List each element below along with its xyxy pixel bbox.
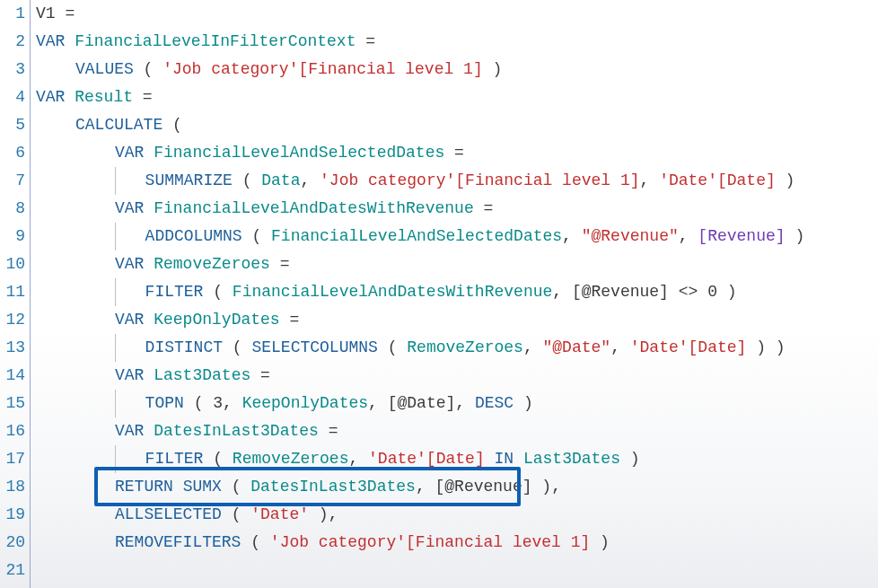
code-line[interactable]: 10 VAR RemoveZeroes = [0,250,878,278]
function: DISTINCT [145,338,223,356]
line-number: 11 [0,278,31,306]
punct: ) [483,60,503,78]
punct [173,478,183,496]
line-number: 19 [0,501,31,529]
code-line[interactable]: 5 CALCULATE ( [0,111,878,139]
function: SUMX [183,478,222,496]
line-number: 7 [0,167,31,195]
punct: ( [222,505,250,523]
code-line[interactable]: 21 [0,557,878,584]
keyword: VAR [36,88,65,106]
punct: ) [717,283,737,301]
punct [514,450,523,468]
punct: ( [223,338,251,356]
punct: ( [203,283,232,301]
number: 3 [213,394,223,412]
string: "@Revenue" [582,227,679,245]
table-ref: 'Date' [250,505,309,523]
line-number: 14 [0,362,31,390]
code-line[interactable]: 18 RETURN SUMX ( DatesInLast3Dates, [@Re… [0,473,878,501]
column-ref: 'Date'[Date] [630,338,747,356]
code-line[interactable]: 17 FILTER ( RemoveZeroes, 'Date'[Date] I… [0,445,878,473]
punct: = [356,32,375,50]
keyword: VAR [115,422,144,440]
punct: ( [378,338,407,356]
line-number: 21 [0,557,31,584]
line-number: 10 [0,250,31,278]
column-ref: 'Date'[Date] [659,171,776,189]
bracket-ref: [@Revenue] [435,478,532,496]
code-line[interactable]: 13 DISTINCT ( SELECTCOLUMNS ( RemoveZero… [0,334,878,362]
punct: , [368,394,388,412]
punct: , [223,394,242,412]
column-ref: 'Job category'[Financial level 1] [270,533,590,551]
keyword: IN [495,450,514,468]
punct: ( [162,116,182,134]
line-number: 2 [0,28,31,56]
punct: = [270,255,290,273]
code-editor[interactable]: 1 V1 = 2 VAR FinancialLevelInFilterConte… [0,0,878,588]
punct: , [523,338,543,356]
punct: ) [620,450,640,468]
code-line[interactable]: 16 VAR DatesInLast3Dates = [0,417,878,445]
identifier: FinancialLevelAndDatesWithRevenue [233,283,552,301]
code-line[interactable]: 19 ALLSELECTED ( 'Date' ), [0,501,878,529]
punct: ( [242,227,271,245]
bracket-ref: [@Date] [388,394,456,412]
keyword: VAR [115,144,144,162]
code-line[interactable]: 9 ADDCOLUMNS ( FinancialLevelAndSelected… [0,223,878,250]
punct [485,450,495,468]
code-lines[interactable]: 1 V1 = 2 VAR FinancialLevelInFilterConte… [0,0,878,584]
punct: , [300,171,320,189]
code-line[interactable]: 11 FILTER ( FinancialLevelAndDatesWithRe… [0,278,878,306]
line-number: 4 [0,83,31,111]
function: TOPN [145,394,184,412]
function: FILTER [145,283,204,301]
code-line[interactable]: 6 VAR FinancialLevelAndSelectedDates = [0,139,878,167]
punct: ( [184,394,213,412]
code-line[interactable]: 20 REMOVEFILTERS ( 'Job category'[Financ… [0,529,878,557]
string: "@Date" [543,338,611,356]
identifier: DatesInLast3Dates [250,478,416,496]
line-number: 16 [0,417,31,445]
code-line[interactable]: 7 SUMMARIZE ( Data, 'Job category'[Finan… [0,167,878,195]
line-number: 15 [0,390,31,417]
punct: , [679,227,698,245]
keyword: VAR [115,366,144,384]
line-number: 3 [0,56,31,83]
code-line[interactable]: 12 VAR KeepOnlyDates = [0,306,878,334]
line-number: 20 [0,529,31,557]
punct: ) [786,227,805,245]
function: CALCULATE [75,116,162,134]
punct: , [640,171,660,189]
bracket-ref: [@Revenue] [572,283,669,301]
identifier: DatesInLast3Dates [154,422,319,440]
keyword: DESC [475,394,514,412]
function: SUMMARIZE [145,171,233,189]
identifier: FinancialLevelAndSelectedDates [271,227,562,245]
line-number: 5 [0,111,31,139]
keyword: RETURN [115,478,173,496]
code-token: V1 = [36,4,75,22]
measure-ref: [Revenue] [698,227,785,245]
keyword: VAR [115,199,144,217]
punct: ) ) [746,338,785,356]
code-line[interactable]: 2 VAR FinancialLevelInFilterContext = [0,28,878,56]
punct: ) [590,533,610,551]
code-line[interactable]: 1 V1 = [0,0,878,28]
identifier: FinancialLevelInFilterContext [75,32,356,50]
identifier: FinancialLevelAndSelectedDates [154,144,444,162]
punct: ), [532,478,561,496]
code-line[interactable]: 3 VALUES ( 'Job category'[Financial leve… [0,56,878,83]
column-ref: 'Job category'[Financial level 1] [162,60,482,78]
code-line[interactable]: 14 VAR Last3Dates = [0,362,878,390]
code-line[interactable]: 4 VAR Result = [0,83,878,111]
punct: = [319,422,338,440]
line-number: 13 [0,334,31,362]
code-line[interactable]: 8 VAR FinancialLevelAndDatesWithRevenue … [0,195,878,223]
function: REMOVEFILTERS [115,533,241,551]
function: ALLSELECTED [115,505,222,523]
punct: , [455,394,475,412]
code-line[interactable]: 15 TOPN ( 3, KeepOnlyDates, [@Date], DES… [0,390,878,417]
punct: ), [309,505,338,523]
